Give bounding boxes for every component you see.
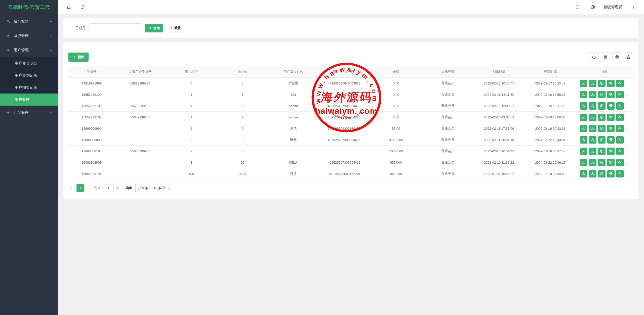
action-balance-button[interactable]: [598, 170, 606, 177]
row-more-actions[interactable]: ...: [626, 138, 630, 142]
action-edit-user-button[interactable]: [589, 91, 596, 98]
refresh-table-button[interactable]: [589, 52, 599, 62]
row-more-actions[interactable]: ...: [626, 81, 630, 85]
sidebar-item-system-mgmt[interactable]: 系统管理: [0, 29, 58, 43]
gem-icon: [609, 104, 613, 108]
action-user-detail-button[interactable]: [580, 125, 587, 132]
gem-icon: [609, 160, 613, 164]
action-activity-button[interactable]: [616, 170, 624, 177]
goto-confirm-button[interactable]: 确定: [122, 184, 136, 192]
sidebar-item-user-funds[interactable]: 用户资金明细: [0, 57, 58, 69]
action-edit-user-button[interactable]: [589, 80, 596, 87]
sidebar-item-user-checkin[interactable]: 用户签到记录: [0, 69, 58, 81]
next-page-button[interactable]: [87, 184, 92, 192]
goto-page-input[interactable]: [103, 184, 114, 192]
action-edit-user-button[interactable]: [589, 125, 596, 132]
collapse-sidebar-button[interactable]: [64, 3, 73, 11]
user-edit-icon: [591, 138, 595, 142]
column-filter-button[interactable]: [601, 52, 610, 62]
cell-balance: 6567.00: [370, 157, 422, 168]
sidebar-item-product-mgmt[interactable]: 产品管理: [0, 106, 58, 120]
yuan-icon: [600, 115, 604, 119]
action-balance-button[interactable]: [598, 148, 606, 155]
print-button[interactable]: [612, 52, 622, 62]
action-edit-user-button[interactable]: [589, 136, 596, 144]
action-balance-button[interactable]: [598, 80, 606, 87]
add-user-button[interactable]: 新增: [68, 53, 89, 62]
action-edit-user-button[interactable]: [589, 170, 596, 177]
row-more-actions[interactable]: ...: [626, 161, 630, 164]
action-edit-user-button[interactable]: [589, 114, 596, 121]
action-activity-button[interactable]: [616, 102, 624, 110]
cell-updated-at: 2022-02-18 00:00:00: [525, 168, 576, 179]
action-balance-button[interactable]: [598, 159, 606, 166]
action-balance-button[interactable]: [598, 114, 606, 121]
action-user-detail-button[interactable]: [580, 80, 587, 87]
query-button[interactable]: 查询: [145, 24, 163, 32]
action-edit-user-button[interactable]: [589, 159, 596, 166]
admin-user-menu[interactable]: 超级管理员: [603, 5, 622, 10]
sidebar-item-user-mgmt[interactable]: 用户管理: [0, 43, 58, 57]
user-edit-icon: [591, 93, 595, 97]
action-member-level-button[interactable]: [607, 159, 615, 166]
cell-phone: 15652239107: [68, 112, 115, 123]
action-balance-button[interactable]: [598, 136, 606, 144]
cell-real-name: [268, 146, 318, 157]
action-activity-button[interactable]: [616, 125, 624, 132]
action-activity-button[interactable]: [616, 159, 624, 166]
cell-updated-at: 2022-02-16 00:42:33: [525, 123, 576, 134]
cell-parent-phone: 13888888888: [115, 78, 166, 89]
action-edit-user-button[interactable]: [589, 148, 596, 155]
cell-balance: 9409.90: [370, 168, 422, 179]
action-activity-button[interactable]: [616, 80, 624, 87]
action-member-level-button[interactable]: [607, 114, 615, 121]
action-activity-button[interactable]: [616, 136, 624, 144]
refresh-page-button[interactable]: [78, 3, 87, 11]
action-member-level-button[interactable]: [607, 170, 615, 177]
action-user-detail-button[interactable]: [580, 102, 587, 110]
phone-search-input[interactable]: [90, 23, 141, 33]
sidebar-item-user-lottery[interactable]: 用户抽奖记录: [0, 81, 58, 94]
sidebar-item-user-management-active[interactable]: 用户管理: [0, 94, 58, 106]
action-edit-user-button[interactable]: [589, 102, 596, 110]
refresh-icon: [592, 55, 596, 59]
action-user-detail-button[interactable]: [580, 170, 587, 177]
action-activity-button[interactable]: [616, 91, 624, 98]
row-more-actions[interactable]: ...: [626, 149, 630, 153]
row-more-actions[interactable]: ...: [626, 104, 630, 108]
row-more-actions[interactable]: ...: [626, 93, 630, 97]
row-more-actions[interactable]: ...: [626, 172, 630, 176]
action-user-detail-button[interactable]: [580, 136, 587, 144]
action-member-level-button[interactable]: [607, 91, 615, 98]
plus-icon: [73, 56, 76, 59]
reset-button[interactable]: 重置: [166, 24, 184, 32]
sidebar-item-label: 产品管理: [14, 110, 49, 115]
col-created-at: 创建时间: [473, 66, 525, 78]
row-more-actions[interactable]: ...: [626, 115, 630, 119]
language-globe-button[interactable]: [588, 3, 597, 11]
page-1-button[interactable]: 1: [76, 184, 84, 192]
action-member-level-button[interactable]: [607, 102, 615, 110]
action-balance-button[interactable]: [598, 125, 606, 132]
cell-created-at: 2022-02-11 17:51:06: [473, 123, 525, 134]
action-user-detail-button[interactable]: [580, 159, 587, 166]
action-member-level-button[interactable]: [607, 80, 615, 87]
action-balance-button[interactable]: [598, 102, 606, 110]
export-button[interactable]: [624, 52, 633, 62]
page-size-select[interactable]: 10 条/页: [151, 184, 173, 192]
action-activity-button[interactable]: [616, 148, 624, 155]
action-user-detail-button[interactable]: [580, 114, 587, 121]
sidebar-item-backend-perms[interactable]: 后台权限: [0, 14, 58, 29]
action-member-level-button[interactable]: [607, 125, 615, 132]
action-balance-button[interactable]: [598, 91, 606, 98]
more-menu-button[interactable]: [629, 3, 637, 11]
row-more-actions[interactable]: ...: [626, 127, 630, 130]
action-member-level-button[interactable]: [607, 136, 615, 144]
table-body: 13919991999 13888888888 0 0 黄缘楷 47283369…: [68, 78, 633, 179]
action-user-detail-button[interactable]: [580, 91, 587, 98]
action-activity-button[interactable]: [616, 114, 624, 121]
action-user-detail-button[interactable]: [580, 148, 587, 155]
action-member-level-button[interactable]: [607, 148, 615, 155]
fullscreen-button[interactable]: [573, 3, 582, 11]
prev-page-button[interactable]: [69, 184, 74, 192]
